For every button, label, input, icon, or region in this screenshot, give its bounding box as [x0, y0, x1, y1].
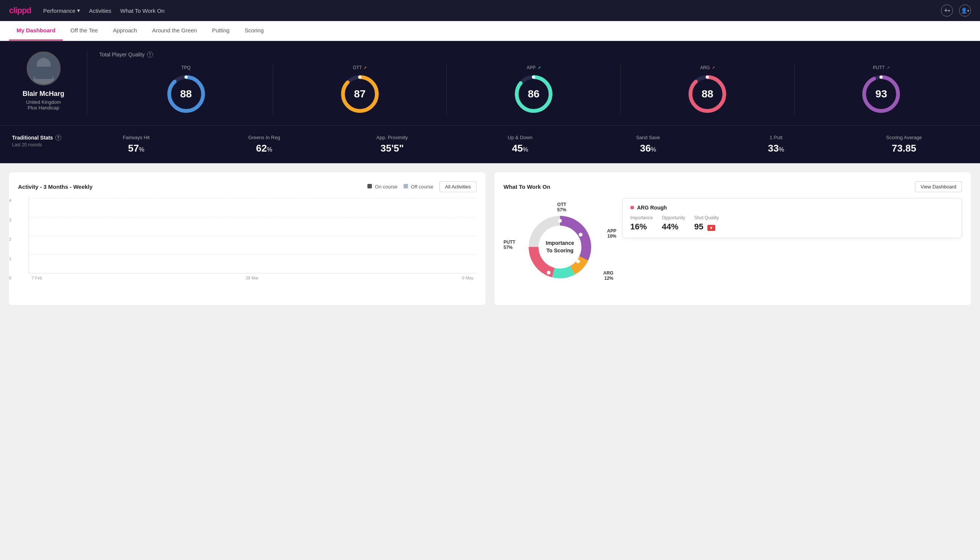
gauge-value-ott: 87: [354, 88, 366, 100]
bar-group: [336, 272, 363, 273]
gauge-value-tpq: 88: [180, 88, 192, 100]
stat-item-6: Scoring Average 73.85: [840, 135, 968, 154]
what-to-work-on-card: What To Work On View Dashboard OTT 57% A…: [494, 172, 971, 305]
gauges: TPQ 88 OTT ↗ 87 APP ↗: [99, 65, 968, 115]
activity-card: Activity - 3 Months - Weekly On course O…: [9, 172, 486, 305]
tab-putting[interactable]: Putting: [205, 21, 237, 41]
trending-icon: ↗: [886, 65, 890, 70]
stat-value: 73.85: [840, 143, 968, 154]
hero-section: Blair McHarg United Kingdom Plus Handica…: [0, 41, 980, 125]
tab-around-the-green[interactable]: Around the Green: [145, 21, 204, 41]
logo: clippd: [9, 6, 31, 15]
player-name: Blair McHarg: [23, 90, 64, 98]
tab-my-dashboard[interactable]: My Dashboard: [9, 21, 63, 41]
chart-x-labels: 7 Feb 28 Mar 9 May: [28, 273, 476, 280]
stat-name: 1 Putt: [712, 135, 840, 140]
nav-activities[interactable]: Activities: [89, 7, 111, 14]
nav-performance[interactable]: Performance ▾: [43, 7, 80, 14]
svg-point-14: [706, 76, 709, 78]
activity-title: Activity - 3 Months - Weekly: [18, 183, 93, 190]
donut-wrapper: OTT 57% APP 10% ARG 12% PUTT 57%: [504, 198, 616, 296]
stats-sublabel: Last 20 rounds: [12, 142, 72, 147]
svg-point-5: [185, 76, 188, 78]
bar-group: [281, 272, 308, 273]
stat-value: 36%: [584, 143, 712, 154]
tab-off-the-tee[interactable]: Off the Tee: [63, 21, 105, 41]
stats-grid: Fairways Hit 57% Greens In Reg 62% App. …: [72, 135, 968, 154]
gauge-ring-putt: 93: [860, 73, 902, 115]
help-icon[interactable]: ?: [147, 52, 153, 58]
gauge-label-ott: OTT ↗: [353, 65, 367, 70]
gauge-value-putt: 93: [875, 88, 887, 100]
wtwo-title: What To Work On: [504, 183, 550, 190]
info-metric-opportunity: Opportunity 44%: [662, 215, 685, 232]
gauge-ring-app: 86: [513, 73, 554, 115]
player-handicap: Plus Handicap: [28, 105, 60, 110]
stat-name: Sand Save: [584, 135, 712, 140]
chart-legend: On course Off course: [368, 184, 433, 190]
stat-name: Greens In Reg: [200, 135, 328, 140]
gauge-value-app: 86: [527, 88, 539, 100]
tab-approach[interactable]: Approach: [105, 21, 145, 41]
stats-help-icon[interactable]: ?: [55, 135, 61, 141]
putt-label: PUTT 57%: [504, 240, 515, 250]
stats-label: Traditional Stats ?: [12, 135, 72, 141]
stat-value: 33%: [712, 143, 840, 154]
stat-value: 45%: [456, 143, 584, 154]
donut-center: Importance To Scoring: [522, 210, 597, 285]
svg-point-8: [358, 76, 361, 78]
off-course-legend: Off course: [404, 184, 433, 190]
chevron-down-icon-user: ▾: [967, 8, 969, 13]
bar-group: [60, 272, 86, 273]
quality-section: Total Player Quality ? TPQ 88 OTT ↗: [87, 52, 968, 115]
gauge-value-arg: 88: [702, 88, 714, 100]
arg-label: ARG 12%: [603, 270, 613, 281]
stats-section: Traditional Stats ? Last 20 rounds Fairw…: [0, 125, 980, 163]
bottom-section: Activity - 3 Months - Weekly On course O…: [0, 163, 980, 314]
stat-name: Fairways Hit: [72, 135, 200, 140]
stat-item-5: 1 Putt 33%: [712, 135, 840, 154]
bar-group: [115, 272, 141, 273]
stat-value: 62%: [200, 143, 328, 154]
gauge-ring-ott: 87: [339, 73, 381, 115]
svg-point-11: [532, 76, 535, 78]
chart-area: [28, 198, 476, 273]
stat-item-0: Fairways Hit 57%: [72, 135, 200, 154]
gauge-label-tpq: TPQ: [181, 65, 191, 70]
stat-item-1: Greens In Reg 62%: [200, 135, 328, 154]
gauge-ott: OTT ↗ 87: [273, 65, 447, 115]
info-dot: [630, 206, 634, 210]
all-activities-button[interactable]: All Activities: [439, 181, 476, 192]
flag-icon: ▼: [707, 225, 715, 231]
avatar: [27, 52, 60, 85]
quality-title: Total Player Quality ?: [99, 52, 968, 58]
user-menu-button[interactable]: 👤 ▾: [959, 5, 971, 17]
chevron-down-icon-add: ▾: [948, 8, 950, 13]
stat-item-4: Sand Save 36%: [584, 135, 712, 154]
info-metric-importance: Importance 16%: [630, 215, 653, 232]
chart-wrapper: 4 3 2 1 0 7 Feb 28 Mar 9 May: [18, 198, 476, 280]
trending-icon: ↗: [537, 65, 541, 70]
gauge-label-putt: PUTT ↗: [873, 65, 889, 70]
info-card-title: ARG Rough: [630, 205, 954, 211]
stat-item-2: App. Proximity 35'5": [328, 135, 456, 154]
app-label: APP 10%: [607, 228, 616, 239]
stat-item-3: Up & Down 45%: [456, 135, 584, 154]
nav-right: + ▾ 👤 ▾: [941, 5, 971, 17]
gauge-tpq: TPQ 88: [99, 65, 273, 115]
on-course-legend: On course: [368, 184, 398, 190]
activity-header: Activity - 3 Months - Weekly On course O…: [18, 181, 476, 192]
info-metrics: Importance 16% Opportunity 44% Shot Qual…: [630, 215, 954, 232]
add-button[interactable]: + ▾: [941, 5, 953, 17]
gauge-app: APP ↗ 86: [447, 65, 621, 115]
tab-scoring[interactable]: Scoring: [237, 21, 271, 41]
gauge-ring-arg: 88: [687, 73, 728, 115]
stat-name: App. Proximity: [328, 135, 456, 140]
wtwo-content: OTT 57% APP 10% ARG 12% PUTT 57%: [504, 198, 962, 296]
chart-y-labels: 4 3 2 1 0: [9, 198, 11, 280]
stat-value: 35'5": [328, 143, 456, 154]
stat-name: Up & Down: [456, 135, 584, 140]
view-dashboard-button[interactable]: View Dashboard: [915, 181, 962, 192]
gauge-label-app: APP ↗: [527, 65, 541, 70]
nav-what-to-work-on[interactable]: What To Work On: [120, 7, 165, 14]
